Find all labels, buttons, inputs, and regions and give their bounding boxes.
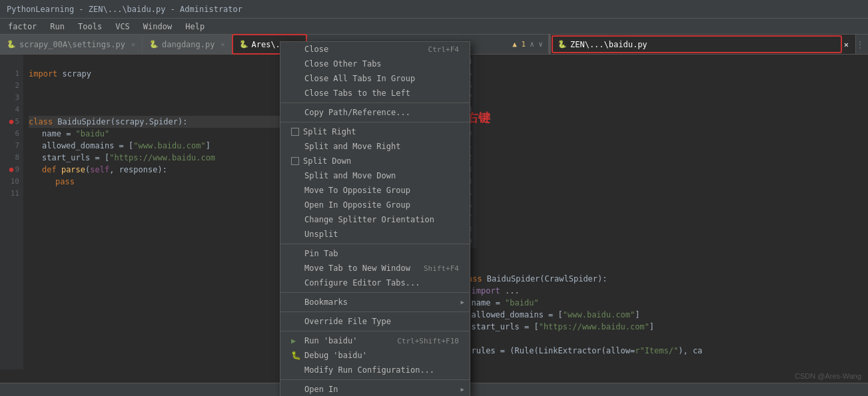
ctx-close-tabs-left[interactable]: Close Tabs to the Left <box>280 86 470 100</box>
ctx-split-move-right-label: Split and Move Right <box>304 142 401 151</box>
run-icon: ▶ <box>291 336 302 345</box>
ctx-split-right-label: Split Right <box>303 127 356 136</box>
ctx-move-opposite[interactable]: Move To Opposite Group <box>280 183 470 198</box>
ctx-close[interactable]: Close Ctrl+F4 <box>280 42 470 57</box>
menu-bar: factor Run Tools VCS Window Help <box>0 19 868 35</box>
ctx-move-window-shortcut: Shift+F4 <box>410 264 459 273</box>
title-text: PythonLearning - ZEN\...\baidu.py - Admi… <box>7 5 242 14</box>
menu-vcs[interactable]: VCS <box>110 21 135 33</box>
warning-area: ▲ 1 ∧ ∨ <box>507 35 548 54</box>
right-code-line: class BaiduSpider(CrawlSpider): <box>458 273 863 285</box>
right-code-line: name = "baidu" <box>458 297 863 309</box>
right-code-line: def parse_item(self, response): <box>458 369 863 369</box>
ctx-close-label: Close <box>304 45 328 54</box>
ctx-debug-label: Debug 'baidu' <box>304 351 367 360</box>
ctx-configure-tabs[interactable]: Configure Editor Tabs... <box>280 276 470 290</box>
ctx-run-label: Run 'baidu' <box>304 336 357 345</box>
menu-factor[interactable]: factor <box>3 21 42 33</box>
ctx-close-all-group[interactable]: Close All Tabs In Group <box>280 71 470 86</box>
right-code-area: class BaiduSpider(CrawlSpider): import .… <box>453 248 869 369</box>
ctx-run-shortcut: Ctrl+Shift+F10 <box>384 337 459 345</box>
ctx-split-move-right[interactable]: Split and Move Right <box>280 139 470 154</box>
ctx-split-down-label: Split Down <box>303 156 351 166</box>
menu-run[interactable]: Run <box>45 21 70 33</box>
ctx-divider3 <box>280 244 470 244</box>
tab-close[interactable]: ✕ <box>131 41 135 48</box>
tab-label2: dangdang.py <box>162 40 215 49</box>
ctx-pin-label: Pin Tab <box>304 249 338 258</box>
ctx-bookmarks[interactable]: Bookmarks <box>280 295 470 309</box>
tab-label: scrapy_00A\settings.py <box>19 40 125 49</box>
tab-settings[interactable]: 🐍 scrapy_00A\settings.py ✕ <box>0 35 143 54</box>
ctx-change-splitter-label: Change Splitter Orientation <box>304 215 434 224</box>
ctx-open-opposite-label: Open In Opposite Group <box>304 200 410 210</box>
ctx-unsplit-label: Unsplit <box>304 230 338 239</box>
split-down-icon <box>291 157 299 165</box>
py-icon: 🐍 <box>7 40 16 49</box>
ctx-open-in[interactable]: Open In <box>280 382 470 396</box>
left-gutter: 1 2 3 4 ●5 6 7 8 ●9 10 11 <box>0 55 23 369</box>
menu-help[interactable]: Help <box>180 21 210 33</box>
ctx-split-move-down-label: Split and Move Down <box>304 171 396 180</box>
right-panel: 4 5 6 💡7 8 9 10 ●11 12 13 14 15 16 17 18… <box>453 55 869 369</box>
ctx-split-move-down[interactable]: Split and Move Down <box>280 168 470 183</box>
ctx-open-in-label: Open In <box>304 385 338 394</box>
right-tab-label: ZEN\...\baidu.py <box>570 40 648 49</box>
title-bar: PythonLearning - ZEN\...\baidu.py - Admi… <box>0 0 868 19</box>
right-code-line: start_urls = ["https://www.baidu.com"] <box>458 321 863 333</box>
ctx-close-shortcut: Ctrl+F4 <box>415 45 459 54</box>
ctx-unsplit[interactable]: Unsplit <box>280 227 470 242</box>
ctx-pin-tab[interactable]: Pin Tab <box>280 246 470 261</box>
ctx-override-label: Override File Type <box>304 317 391 326</box>
ctx-split-right[interactable]: Split Right <box>280 124 470 139</box>
py-icon2: 🐍 <box>149 40 159 49</box>
ctx-open-opposite[interactable]: Open In Opposite Group <box>280 198 470 212</box>
menu-window[interactable]: Window <box>138 21 177 33</box>
ctx-divider5 <box>280 311 470 312</box>
ctx-move-opposite-label: Move To Opposite Group <box>304 186 410 195</box>
context-menu: Close Ctrl+F4 Close Other Tabs Close All… <box>280 41 470 396</box>
watermark: CSDN @Ares-Wang <box>795 372 861 380</box>
ctx-bookmarks-label: Bookmarks <box>304 297 348 307</box>
right-code-line <box>458 333 863 345</box>
split-right-icon <box>291 128 299 136</box>
right-code-line <box>458 357 863 369</box>
ctx-run-baidu[interactable]: ▶ Run 'baidu' Ctrl+Shift+F10 <box>280 333 470 348</box>
right-code-line: rules = (Rule(LinkExtractor(allow=r"Item… <box>458 345 863 357</box>
tab-close2[interactable]: ✕ <box>220 41 224 48</box>
ctx-copy-path[interactable]: Copy Path/Reference... <box>280 105 470 120</box>
ctx-divider2 <box>280 122 470 122</box>
ctx-modify-run[interactable]: Modify Run Configuration... <box>280 363 470 377</box>
ctx-copy-label: Copy Path/Reference... <box>304 108 410 117</box>
py-icon3: 🐍 <box>239 40 248 49</box>
right-code-line <box>458 249 863 261</box>
ctx-modify-run-label: Modify Run Configuration... <box>304 365 434 375</box>
ctx-divider6 <box>280 331 470 331</box>
ctx-close-other[interactable]: Close Other Tabs <box>280 57 470 71</box>
right-tab-close[interactable]: ✕ <box>844 40 849 49</box>
ctx-change-splitter[interactable]: Change Splitter Orientation <box>280 212 470 227</box>
ctx-move-window-label: Move Tab to New Window <box>304 264 410 273</box>
right-code-line: allowed_domains = ["www.baidu.com"] <box>458 309 863 321</box>
ctx-override-file[interactable]: Override File Type <box>280 314 470 329</box>
ctx-move-tab-window[interactable]: Move Tab to New Window Shift+F4 <box>280 261 470 276</box>
ctx-close-left-label: Close Tabs to the Left <box>304 89 410 98</box>
ctx-divider4 <box>280 292 470 293</box>
ctx-debug-baidu[interactable]: 🐛 Debug 'baidu' <box>280 348 470 363</box>
ctx-close-all-label: Close All Tabs In Group <box>304 74 415 83</box>
ctx-configure-label: Configure Editor Tabs... <box>304 278 420 288</box>
debug-icon: 🐛 <box>291 351 302 360</box>
menu-tools[interactable]: Tools <box>73 21 107 33</box>
ctx-divider7 <box>280 379 470 380</box>
ctx-divider1 <box>280 102 470 103</box>
warning-count: ▲ 1 <box>512 40 526 49</box>
three-dots-icon[interactable]: ⋮ <box>856 40 864 49</box>
ctx-close-other-label: Close Other Tabs <box>304 59 382 69</box>
ctx-split-down[interactable]: Split Down <box>280 154 470 168</box>
tab-dangdang[interactable]: 🐍 dangdang.py ✕ <box>143 35 232 54</box>
right-tab-baidu[interactable]: 🐍 ZEN\...\baidu.py ✕ <box>551 35 856 54</box>
right-tab-icons: ⋮ <box>856 35 868 54</box>
nav-arrows[interactable]: ∧ ∨ <box>530 40 543 49</box>
right-code-line: import ... <box>458 285 863 297</box>
right-code-line <box>458 261 863 273</box>
